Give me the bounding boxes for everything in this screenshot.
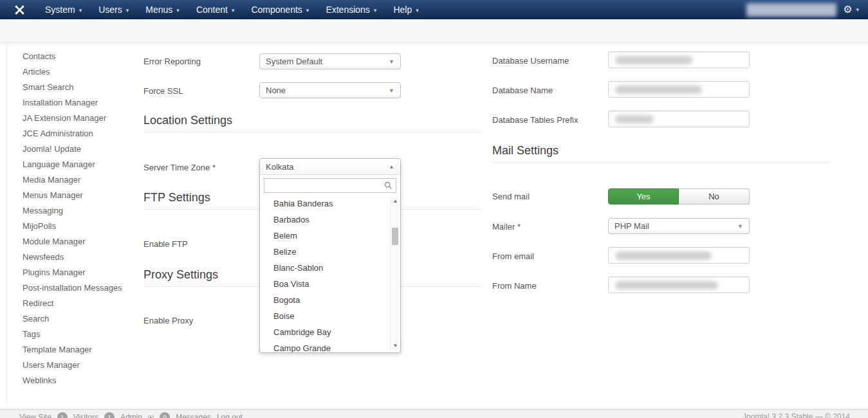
sidebar-item-contacts[interactable]: Contacts	[23, 49, 138, 64]
enable-ftp-label: Enable FTP	[143, 239, 188, 249]
timezone-option[interactable]: Campo Grande	[260, 340, 400, 352]
sidebar-item-post-installation-messages[interactable]: Post-installation Messages	[23, 280, 138, 296]
error-reporting-select[interactable]: System Default ▼	[259, 53, 401, 69]
timezone-option-list: ▲ ▼ Bahia BanderasBarbadosBelemBelizeBla…	[260, 195, 400, 352]
ftp-settings-heading: FTP Settings	[143, 191, 210, 204]
from-name-input[interactable]	[608, 277, 750, 293]
chevron-down-icon: ▾	[176, 7, 180, 14]
sidebar-item-articles[interactable]: Articles	[23, 64, 138, 80]
timezone-option[interactable]: Boise	[260, 308, 400, 324]
error-reporting-value: System Default	[266, 57, 322, 66]
timezone-option[interactable]: Bahia Banderas	[260, 195, 400, 212]
sidebar-item-menus-manager[interactable]: Menus Manager	[23, 188, 138, 203]
nav-menu-system[interactable]: System▾	[37, 0, 90, 19]
footer-statusbar: View Site1Visitors1Admin✉0MessagesLog ou…	[0, 409, 868, 418]
error-reporting-label: Error Reporting	[143, 57, 201, 66]
nav-menu-label: System	[45, 5, 75, 15]
sidebar-item-ja-extension-manager[interactable]: JA Extension Manager	[23, 111, 138, 126]
sidebar-item-redirect[interactable]: Redirect	[23, 296, 138, 311]
sidebar: ContactsArticlesSmart SearchInstallation…	[23, 49, 138, 388]
footer-link-messages[interactable]: Messages	[176, 413, 211, 418]
mailer-value: PHP Mail	[614, 221, 649, 231]
timezone-option[interactable]: Barbados	[260, 212, 400, 228]
timezone-option[interactable]: Boa Vista	[260, 276, 400, 292]
sidebar-item-newsfeeds[interactable]: Newsfeeds	[23, 250, 138, 265]
footer-version-text: Joomla! 3.2.3 Stable — © 2014	[743, 412, 850, 418]
timezone-option[interactable]: Cambridge Bay	[260, 324, 400, 340]
blurred-value	[615, 115, 654, 123]
nav-menu-menus[interactable]: Menus▾	[137, 0, 188, 19]
nav-menu-label: Components	[251, 5, 302, 15]
send-mail-no-button[interactable]: No	[679, 188, 750, 204]
mailer-select[interactable]: PHP Mail ▼	[608, 218, 750, 234]
envelope-icon: ✉	[148, 413, 154, 418]
server-time-zone-dropdown: Kolkata ▲ ▲ ▼ Bahia BanderasBarbadosBele…	[259, 158, 401, 353]
section-rule	[492, 162, 830, 163]
database-name-input[interactable]	[608, 81, 750, 98]
force-ssl-value: None	[266, 86, 286, 95]
chevron-down-icon: ▼	[737, 223, 743, 230]
sidebar-item-weblinks[interactable]: Weblinks	[23, 373, 138, 388]
top-navbar: System▾Users▾Menus▾Content▾Components▾Ex…	[0, 0, 868, 19]
server-time-zone-value: Kolkata	[266, 162, 293, 172]
nav-menu-content[interactable]: Content▾	[188, 0, 243, 19]
sidebar-item-search[interactable]: Search	[23, 311, 138, 327]
footer-link-view-site[interactable]: View Site	[19, 413, 51, 418]
blurred-value	[615, 86, 702, 94]
timezone-option[interactable]: Blanc-Sablon	[260, 260, 400, 276]
footer-link-log-out[interactable]: Log out	[217, 413, 243, 418]
send-mail-yes-button[interactable]: Yes	[608, 188, 679, 204]
send-mail-no-label: No	[708, 192, 719, 201]
sidebar-item-messaging[interactable]: Messaging	[23, 203, 138, 219]
nav-menu-help[interactable]: Help▾	[385, 0, 427, 19]
nav-menu-users[interactable]: Users▾	[90, 0, 137, 19]
footer-link-visitors[interactable]: Visitors	[73, 413, 98, 418]
timezone-option[interactable]: Belem	[260, 228, 400, 244]
scrollbar-thumb[interactable]	[392, 228, 398, 245]
navbar-menus: System▾Users▾Menus▾Content▾Components▾Ex…	[37, 0, 427, 19]
sidebar-item-mijopolls[interactable]: MijoPolls	[23, 219, 138, 234]
nav-menu-components[interactable]: Components▾	[243, 0, 317, 19]
sidebar-item-plugins-manager[interactable]: Plugins Manager	[23, 265, 138, 280]
sidebar-item-installation-manager[interactable]: Installation Manager	[23, 95, 138, 111]
from-name-label: From Name	[492, 281, 537, 291]
nav-menu-label: Content	[196, 5, 228, 15]
nav-menu-extensions[interactable]: Extensions▾	[317, 0, 385, 19]
force-ssl-select[interactable]: None ▼	[259, 82, 401, 98]
sidebar-item-language-manager[interactable]: Language Manager	[23, 157, 138, 172]
sidebar-item-jce-administration[interactable]: JCE Administration	[23, 126, 138, 141]
chevron-down-icon[interactable]: ▾	[856, 6, 859, 13]
scroll-down-icon[interactable]: ▼	[391, 343, 400, 349]
timezone-option[interactable]: Bogota	[260, 292, 400, 308]
database-username-input[interactable]	[608, 51, 750, 68]
from-email-input[interactable]	[608, 247, 750, 264]
scroll-up-icon[interactable]: ▲	[391, 198, 400, 204]
status-badge: 1	[57, 412, 68, 418]
send-mail-label: Send mail	[492, 192, 530, 201]
server-time-zone-label: Server Time Zone *	[143, 163, 216, 172]
server-time-zone-select[interactable]: Kolkata ▲	[260, 159, 400, 175]
chevron-down-icon: ▾	[79, 7, 82, 14]
database-tables-prefix-input[interactable]	[608, 111, 750, 127]
sidebar-item-joomla-update[interactable]: Joomla! Update	[23, 141, 138, 157]
send-mail-yes-label: Yes	[636, 192, 650, 201]
chevron-down-icon: ▾	[416, 7, 419, 14]
toolbar	[0, 19, 868, 43]
footer-link-admin[interactable]: Admin	[120, 413, 142, 418]
from-email-label: From email	[492, 251, 534, 261]
nav-menu-label: Help	[393, 5, 412, 15]
timezone-option[interactable]: Belize	[260, 244, 400, 260]
proxy-settings-heading: Proxy Settings	[143, 268, 218, 282]
sidebar-item-media-manager[interactable]: Media Manager	[23, 172, 138, 188]
joomla-logo-icon	[14, 5, 25, 15]
sidebar-item-tags[interactable]: Tags	[23, 327, 138, 342]
sidebar-item-users-manager[interactable]: Users Manager	[23, 358, 138, 373]
status-badge: 0	[160, 412, 170, 418]
gear-icon[interactable]: ⚙	[843, 5, 852, 15]
sidebar-item-smart-search[interactable]: Smart Search	[23, 80, 138, 95]
chevron-down-icon: ▼	[389, 59, 394, 65]
timezone-scrollbar[interactable]: ▲ ▼	[390, 197, 400, 350]
sidebar-item-module-manager[interactable]: Module Manager	[23, 234, 138, 250]
timezone-search-input[interactable]	[264, 178, 396, 193]
sidebar-item-template-manager[interactable]: Template Manager	[23, 342, 138, 358]
